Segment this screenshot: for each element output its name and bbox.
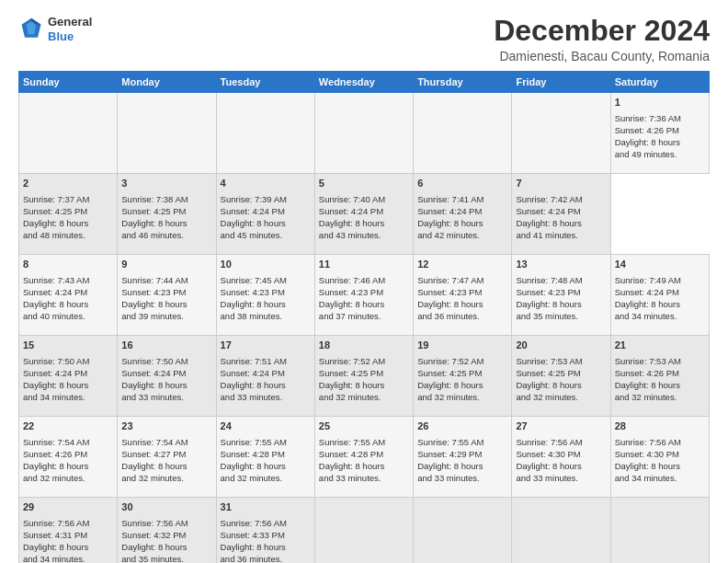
logo: General Blue: [18, 15, 92, 43]
day-info: Sunset: 4:30 PM: [516, 448, 606, 460]
day-info: Daylight: 8 hours: [417, 379, 507, 391]
day-info: and 34 minutes.: [615, 310, 705, 322]
day-info: Daylight: 8 hours: [417, 217, 507, 229]
day-info: Sunrise: 7:42 AM: [516, 193, 606, 205]
day-number: 29: [23, 500, 113, 514]
day-number: 1: [615, 96, 705, 109]
day-info: Sunset: 4:24 PM: [417, 205, 507, 217]
day-info: and 33 minutes.: [221, 391, 311, 403]
calendar-cell: [19, 93, 118, 174]
day-info: Sunrise: 7:47 AM: [417, 274, 507, 286]
day-info: Sunrise: 7:51 AM: [221, 355, 311, 367]
day-info: Sunset: 4:23 PM: [221, 286, 311, 298]
calendar-header: Sunday Monday Tuesday Wednesday Thursday…: [19, 72, 710, 93]
day-info: Sunset: 4:25 PM: [516, 367, 606, 379]
day-number: 15: [23, 339, 113, 352]
day-number: 3: [121, 177, 211, 190]
day-info: Sunrise: 7:49 AM: [615, 274, 705, 286]
calendar-cell: 12Sunrise: 7:47 AMSunset: 4:23 PMDayligh…: [414, 255, 512, 336]
calendar-cell: 19Sunrise: 7:52 AMSunset: 4:25 PMDayligh…: [414, 336, 512, 417]
day-info: Sunrise: 7:50 AM: [23, 355, 113, 367]
day-info: Daylight: 8 hours: [319, 379, 409, 391]
day-info: and 32 minutes.: [615, 391, 705, 403]
day-info: Sunset: 4:26 PM: [615, 124, 705, 136]
day-info: Daylight: 8 hours: [221, 379, 311, 391]
header-row: Sunday Monday Tuesday Wednesday Thursday…: [19, 72, 710, 93]
calendar-cell: 26Sunrise: 7:55 AMSunset: 4:29 PMDayligh…: [414, 417, 512, 498]
day-number: 24: [221, 419, 311, 433]
calendar-week-1: 1Sunrise: 7:36 AMSunset: 4:26 PMDaylight…: [19, 93, 710, 174]
day-info: Sunrise: 7:56 AM: [221, 517, 311, 529]
day-info: Daylight: 8 hours: [615, 379, 705, 391]
calendar-cell: 9Sunrise: 7:44 AMSunset: 4:23 PMDaylight…: [118, 255, 216, 336]
day-info: and 32 minutes.: [319, 391, 409, 403]
day-info: and 36 minutes.: [417, 310, 507, 322]
calendar-cell: [118, 93, 216, 174]
day-info: Sunset: 4:29 PM: [417, 448, 507, 460]
logo-text: General Blue: [48, 15, 92, 43]
day-info: Sunset: 4:25 PM: [319, 367, 409, 379]
day-info: Daylight: 8 hours: [516, 460, 606, 472]
calendar-cell: 13Sunrise: 7:48 AMSunset: 4:23 PMDayligh…: [512, 255, 610, 336]
day-info: and 45 minutes.: [221, 229, 311, 241]
calendar-cell: [414, 93, 512, 174]
calendar-cell: 15Sunrise: 7:50 AMSunset: 4:24 PMDayligh…: [19, 336, 118, 417]
day-info: and 35 minutes.: [121, 553, 211, 563]
col-sunday: Sunday: [19, 72, 118, 93]
day-info: Sunset: 4:23 PM: [121, 286, 211, 298]
day-info: Sunrise: 7:56 AM: [516, 436, 606, 448]
day-info: Sunset: 4:26 PM: [23, 448, 113, 460]
day-info: Sunrise: 7:55 AM: [417, 436, 507, 448]
day-info: Sunrise: 7:52 AM: [319, 355, 409, 367]
day-info: Sunrise: 7:53 AM: [615, 355, 705, 367]
day-info: Daylight: 8 hours: [221, 217, 311, 229]
day-number: 4: [221, 177, 311, 190]
logo-line1: General: [48, 15, 92, 29]
day-info: and 34 minutes.: [23, 553, 113, 563]
day-info: Daylight: 8 hours: [121, 541, 211, 553]
day-info: Sunset: 4:26 PM: [615, 367, 705, 379]
day-number: 11: [319, 258, 409, 271]
day-info: and 38 minutes.: [221, 310, 311, 322]
day-info: Sunrise: 7:45 AM: [221, 274, 311, 286]
day-info: Sunrise: 7:44 AM: [121, 274, 211, 286]
day-info: Sunrise: 7:56 AM: [615, 436, 705, 448]
calendar-cell: 17Sunrise: 7:51 AMSunset: 4:24 PMDayligh…: [216, 336, 314, 417]
day-info: Sunset: 4:23 PM: [516, 286, 606, 298]
day-info: Sunrise: 7:37 AM: [23, 193, 113, 205]
calendar-cell: 3Sunrise: 7:38 AMSunset: 4:25 PMDaylight…: [118, 174, 216, 255]
day-info: and 34 minutes.: [615, 472, 705, 484]
day-number: 25: [319, 419, 409, 433]
day-info: Daylight: 8 hours: [319, 298, 409, 310]
calendar-cell: [314, 93, 413, 174]
day-info: and 32 minutes.: [23, 472, 113, 484]
day-info: and 32 minutes.: [221, 472, 311, 484]
calendar-cell: 21Sunrise: 7:53 AMSunset: 4:26 PMDayligh…: [610, 336, 709, 417]
day-info: and 33 minutes.: [121, 391, 211, 403]
day-number: 16: [121, 339, 211, 352]
day-info: Sunrise: 7:39 AM: [221, 193, 311, 205]
day-info: Sunset: 4:24 PM: [615, 286, 705, 298]
calendar-week-4: 15Sunrise: 7:50 AMSunset: 4:24 PMDayligh…: [19, 336, 710, 417]
day-info: Sunrise: 7:50 AM: [121, 355, 211, 367]
day-info: and 39 minutes.: [121, 310, 211, 322]
day-info: Sunset: 4:33 PM: [221, 529, 311, 541]
calendar-cell: 22Sunrise: 7:54 AMSunset: 4:26 PMDayligh…: [19, 417, 118, 498]
day-info: and 32 minutes.: [417, 391, 507, 403]
day-number: 19: [417, 339, 507, 352]
day-info: Daylight: 8 hours: [23, 541, 113, 553]
day-info: and 37 minutes.: [319, 310, 409, 322]
day-number: 23: [121, 419, 211, 433]
calendar-cell: 11Sunrise: 7:46 AMSunset: 4:23 PMDayligh…: [314, 255, 413, 336]
calendar-cell: 8Sunrise: 7:43 AMSunset: 4:24 PMDaylight…: [19, 255, 118, 336]
calendar-table: Sunday Monday Tuesday Wednesday Thursday…: [18, 71, 710, 563]
day-info: Sunrise: 7:54 AM: [121, 436, 211, 448]
col-tuesday: Tuesday: [216, 72, 314, 93]
day-info: Daylight: 8 hours: [516, 298, 606, 310]
day-info: and 36 minutes.: [221, 553, 311, 563]
day-info: Daylight: 8 hours: [121, 460, 211, 472]
day-info: Sunset: 4:27 PM: [121, 448, 211, 460]
page-container: General Blue December 2024 Damienesti, B…: [0, 0, 728, 563]
day-info: Sunset: 4:31 PM: [23, 529, 113, 541]
day-info: Sunrise: 7:55 AM: [221, 436, 311, 448]
